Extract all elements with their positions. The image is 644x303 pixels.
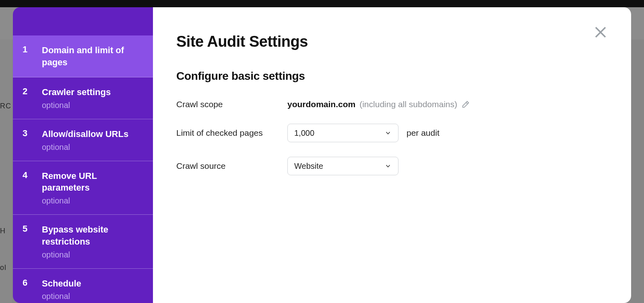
step-title: Bypass website restrictions <box>42 224 143 247</box>
step-title: Allow/disallow URLs <box>42 128 128 140</box>
row-crawl-scope: Crawl scope yourdomain.com (including al… <box>176 100 608 109</box>
chevron-down-icon <box>384 129 392 137</box>
step-number: 4 <box>23 170 30 205</box>
step-number: 1 <box>23 44 30 68</box>
label-crawl-scope: Crawl scope <box>176 100 287 109</box>
step-number: 5 <box>23 224 30 259</box>
modal-main-panel: Site Audit Settings Configure basic sett… <box>153 7 631 303</box>
label-crawl-source: Crawl source <box>176 161 287 171</box>
pencil-icon <box>461 101 470 110</box>
close-icon <box>593 34 608 41</box>
step-optional-label: optional <box>42 143 128 152</box>
limit-pages-select[interactable]: 1,000 <box>287 124 398 142</box>
limit-pages-value: 1,000 <box>294 129 314 138</box>
wizard-step-bypass-restrictions[interactable]: 5 Bypass website restrictions optional <box>13 215 153 268</box>
step-optional-label: optional <box>42 101 111 110</box>
wizard-sidebar: 1 Domain and limit of pages 2 Crawler se… <box>13 7 153 303</box>
section-subtitle: Configure basic settings <box>176 70 608 83</box>
wizard-step-domain-limit[interactable]: 1 Domain and limit of pages <box>13 35 153 77</box>
wizard-step-allow-disallow[interactable]: 3 Allow/disallow URLs optional <box>13 119 153 161</box>
step-number: 2 <box>23 86 30 110</box>
edit-crawl-scope-button[interactable] <box>461 100 470 109</box>
row-limit-pages: Limit of checked pages 1,000 per audit <box>176 124 608 142</box>
close-button[interactable] <box>593 25 608 39</box>
wizard-step-remove-url-params[interactable]: 4 Remove URL parameters optional <box>13 161 153 215</box>
step-number: 3 <box>23 128 30 152</box>
step-optional-label: optional <box>42 292 81 301</box>
row-crawl-source: Crawl source Website <box>176 157 608 175</box>
step-title: Domain and limit of pages <box>42 44 143 68</box>
step-title: Schedule <box>42 278 81 290</box>
step-optional-label: optional <box>42 196 143 205</box>
crawl-scope-note: (including all subdomains) <box>359 100 457 109</box>
step-number: 6 <box>23 278 30 301</box>
page-title: Site Audit Settings <box>176 33 608 50</box>
step-optional-label: optional <box>42 250 143 259</box>
wizard-step-schedule[interactable]: 6 Schedule optional <box>13 269 153 303</box>
crawl-source-select[interactable]: Website <box>287 157 398 175</box>
crawl-scope-domain: yourdomain.com <box>287 100 355 109</box>
step-title: Remove URL parameters <box>42 170 143 194</box>
settings-modal: 1 Domain and limit of pages 2 Crawler se… <box>13 7 631 303</box>
limit-pages-suffix: per audit <box>407 128 440 138</box>
wizard-step-crawler-settings[interactable]: 2 Crawler settings optional <box>13 77 153 119</box>
chevron-down-icon <box>384 162 392 170</box>
label-limit-pages: Limit of checked pages <box>176 128 287 138</box>
step-title: Crawler settings <box>42 86 111 98</box>
crawl-source-value: Website <box>294 162 323 171</box>
